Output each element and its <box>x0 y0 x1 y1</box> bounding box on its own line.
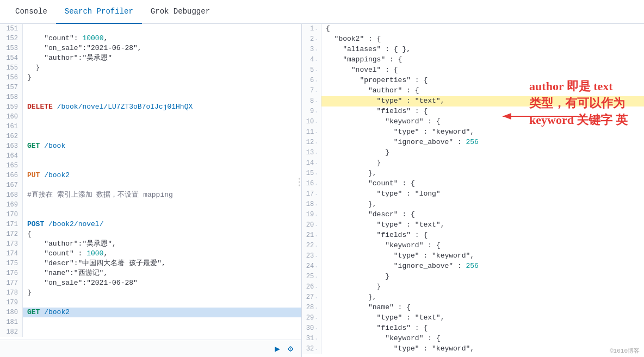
play-button[interactable]: ▶ <box>271 342 284 355</box>
json-line: 5• "novel" : { <box>302 65 644 76</box>
bottom-toolbar: ▶ ⚙ <box>0 340 301 357</box>
line-content <box>23 200 301 210</box>
json-line-content: }, <box>321 168 644 179</box>
line-number: 169 <box>0 200 23 210</box>
line-number: 162 <box>0 131 23 141</box>
line-number: 152 <box>0 34 23 43</box>
json-line: 19• "descr" : { <box>302 210 644 220</box>
json-line-content: "keyword" : { <box>321 334 644 344</box>
json-line: 4• "mappings" : { <box>302 55 644 65</box>
json-line-number: 17• <box>302 189 321 199</box>
code-line: 174 "count" : 1000, <box>0 249 301 259</box>
json-line-content: "type" : "text", <box>321 220 644 230</box>
wrench-button[interactable]: ⚙ <box>284 342 297 355</box>
code-line: 173 "author":"吴承恩", <box>0 239 301 249</box>
line-content <box>23 122 301 131</box>
json-line-number: 26• <box>302 282 321 292</box>
line-content: "author":"吴承恩", <box>23 239 301 249</box>
line-number: 167 <box>0 180 23 190</box>
code-line: 177 "on_sale":"2021-06-28" <box>0 278 301 288</box>
json-line-content: "book2" : { <box>321 34 644 45</box>
top-nav: Console Search Profiler Grok Debugger <box>0 0 644 24</box>
json-line: 21• "fields" : { <box>302 230 644 241</box>
tab-search-profiler[interactable]: Search Profiler <box>56 0 142 24</box>
line-content <box>23 131 301 141</box>
json-line: 20• "type" : "text", <box>302 220 644 230</box>
line-number: 170 <box>0 210 23 220</box>
line-number: 166 <box>0 171 23 180</box>
line-content <box>23 327 301 337</box>
code-line: 175 "descr":"中国四大名著 孩子最爱", <box>0 259 301 268</box>
code-line: 161 <box>0 122 301 131</box>
line-number: 179 <box>0 298 23 308</box>
line-number: 175 <box>0 259 23 268</box>
json-line-number: 2• <box>302 34 321 45</box>
json-line: 3• "aliases" : { }, <box>302 45 644 55</box>
json-line-number: 23• <box>302 251 321 261</box>
json-line-content: "type" : "text", <box>321 313 644 323</box>
line-number: 173 <box>0 239 23 249</box>
code-line: 180GET /book2 <box>0 308 301 317</box>
code-line: 166PUT /book2 <box>0 171 301 180</box>
json-line-content: }, <box>321 199 644 210</box>
code-line: 182 <box>0 327 301 337</box>
line-number: 168 <box>0 190 23 200</box>
code-line: 152 "count": 10000, <box>0 34 301 43</box>
line-number: 158 <box>0 92 23 102</box>
tab-grok-debugger[interactable]: Grok Debugger <box>142 0 219 24</box>
line-content <box>23 317 301 327</box>
json-line-content: "novel" : { <box>321 65 644 76</box>
json-line: 11• "type" : "keyword", <box>302 127 644 137</box>
tab-console[interactable]: Console <box>7 0 56 24</box>
left-panel: 151152 "count": 10000,153 "on_sale":"202… <box>0 24 302 357</box>
json-line-number: 20• <box>302 220 321 230</box>
line-number: 151 <box>0 24 23 34</box>
code-line: 158 <box>0 92 301 102</box>
json-line-content: "type" : "keyword", <box>321 127 644 137</box>
json-line: 24• "ignore_above" : 256 <box>302 261 644 272</box>
json-line-number: 7• <box>302 86 321 96</box>
line-number: 155 <box>0 63 23 73</box>
line-number: 157 <box>0 83 23 92</box>
line-content: #直接在 索引上添加 数据，不设置 mapping <box>23 190 301 200</box>
line-number: 153 <box>0 43 23 53</box>
json-line: 6• "properties" : { <box>302 76 644 86</box>
json-line-content: "fields" : { <box>321 323 644 334</box>
json-area[interactable]: 1•{2• "book2" : {3• "aliases" : { },4• "… <box>302 24 644 357</box>
code-line: 169 <box>0 200 301 210</box>
json-line-content: "author" : { <box>321 86 644 96</box>
json-line-number: 28• <box>302 303 321 313</box>
json-line-content: "type" : "text", <box>321 96 644 107</box>
json-line: 12• "ignore_above" : 256 <box>302 137 644 148</box>
line-number: 165 <box>0 161 23 171</box>
line-number: 159 <box>0 102 23 112</box>
json-line: 7• "author" : { <box>302 86 644 96</box>
json-line: 2• "book2" : { <box>302 34 644 45</box>
line-content: } <box>23 288 301 298</box>
main-content: 151152 "count": 10000,153 "on_sale":"202… <box>0 24 644 357</box>
line-number: 180 <box>0 308 23 317</box>
json-line: 15• }, <box>302 168 644 179</box>
line-number: 181 <box>0 317 23 327</box>
editor-area[interactable]: 151152 "count": 10000,153 "on_sale":"202… <box>0 24 301 340</box>
line-number: 161 <box>0 122 23 131</box>
json-line-number: 5• <box>302 65 321 76</box>
line-number: 160 <box>0 112 23 122</box>
code-line: 176 "name":"西游记", <box>0 268 301 278</box>
json-line-number: 24• <box>302 261 321 272</box>
json-line-number: 8• <box>302 96 321 107</box>
line-content: DELETE /book/novel/LU7ZT3oB7oIJcj01HhQX <box>23 102 301 112</box>
line-content: "author":"吴承恩" <box>23 53 301 63</box>
line-number: 172 <box>0 229 23 239</box>
json-line-content: } <box>321 148 644 158</box>
code-line: 157 <box>0 83 301 92</box>
code-line: 168#直接在 索引上添加 数据，不设置 mapping <box>0 190 301 200</box>
json-line: 1•{ <box>302 24 644 34</box>
line-content <box>23 298 301 308</box>
json-line-number: 12• <box>302 137 321 148</box>
line-content: "on_sale":"2021-06-28", <box>23 43 301 53</box>
json-line-number: 21• <box>302 230 321 241</box>
line-number: 156 <box>0 73 23 83</box>
json-line-content: "ignore_above" : 256 <box>321 261 644 272</box>
json-line-number: 10• <box>302 117 321 127</box>
